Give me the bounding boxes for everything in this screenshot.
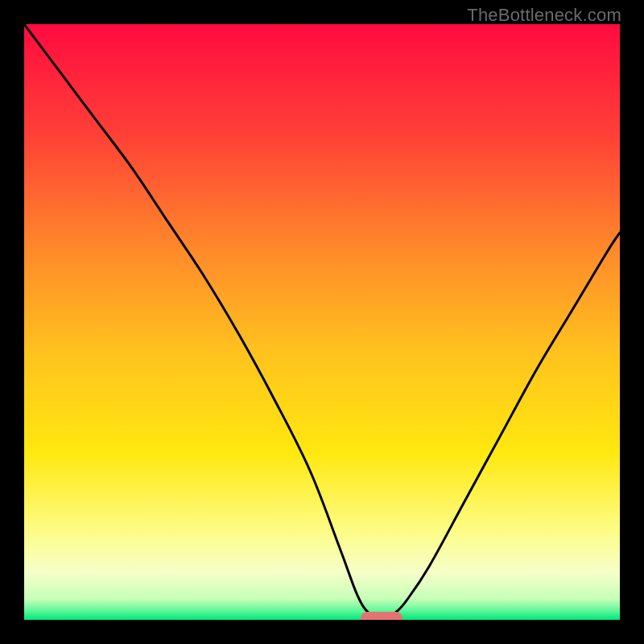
plot-area — [24, 24, 620, 620]
chart-frame: TheBottleneck.com — [0, 0, 644, 644]
optimal-marker — [361, 612, 402, 620]
bottleneck-chart — [24, 24, 620, 620]
watermark-text: TheBottleneck.com — [467, 5, 621, 26]
chart-background — [24, 24, 620, 620]
